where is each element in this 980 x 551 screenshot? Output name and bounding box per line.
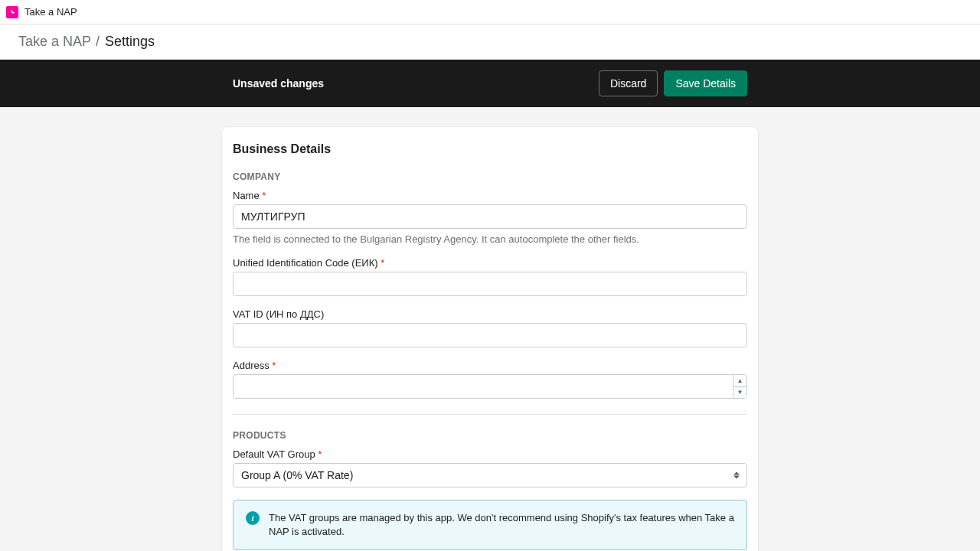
app-name: Take a NAP: [24, 6, 77, 18]
business-details-card: Business Details COMPANY Name * The fiel…: [222, 127, 758, 551]
moon-icon: [8, 8, 16, 16]
vat-id-input[interactable]: [233, 323, 747, 347]
address-step-up[interactable]: ▲: [733, 375, 746, 387]
eik-field: Unified Identification Code (ЕИК) *: [233, 257, 747, 296]
vat-group-select[interactable]: [233, 463, 747, 487]
save-actions: Discard Save Details: [599, 70, 747, 96]
vat-group-label: Default VAT Group *: [233, 448, 747, 460]
eik-label: Unified Identification Code (ЕИК) *: [233, 257, 747, 269]
info-icon: i: [246, 511, 260, 525]
breadcrumb: Take a NAP / Settings: [0, 24, 980, 60]
discard-button[interactable]: Discard: [599, 70, 658, 96]
company-name-label: Name *: [233, 190, 747, 201]
company-name-helper: The field is connected to the Bulgarian …: [233, 233, 747, 245]
vat-id-label: VAT ID (ИН по ДДС): [233, 308, 747, 320]
company-name-input[interactable]: [233, 204, 747, 229]
company-section-heading: COMPANY: [233, 171, 747, 182]
unsaved-changes-bar: Unsaved changes Discard Save Details: [0, 60, 980, 107]
vat-id-field: VAT ID (ИН по ДДС): [233, 308, 747, 347]
address-label: Address *: [233, 360, 747, 371]
address-step-down[interactable]: ▼: [733, 387, 746, 399]
unsaved-changes-text: Unsaved changes: [233, 77, 324, 90]
app-header-bar: Take a NAP: [0, 0, 980, 24]
section-divider: [233, 414, 747, 415]
save-details-button[interactable]: Save Details: [664, 70, 747, 96]
app-icon: [6, 6, 18, 18]
breadcrumb-separator: /: [96, 34, 103, 49]
address-stepper: ▲ ▼: [733, 375, 746, 398]
business-details-title: Business Details: [222, 142, 758, 156]
breadcrumb-current: Settings: [105, 34, 155, 49]
page-content: Business Details COMPANY Name * The fiel…: [0, 107, 980, 551]
products-section-heading: PRODUCTS: [233, 430, 747, 441]
vat-group-field: Default VAT Group *: [233, 448, 747, 487]
eik-input[interactable]: [233, 272, 747, 296]
address-input[interactable]: [233, 374, 747, 399]
breadcrumb-parent[interactable]: Take a NAP: [18, 34, 91, 49]
address-field: Address * ▲ ▼: [233, 360, 747, 399]
company-name-field: Name * The field is connected to the Bul…: [233, 190, 747, 245]
vat-info-banner: i The VAT groups are managed by this app…: [233, 500, 747, 550]
vat-info-text: The VAT groups are managed by this app. …: [269, 511, 734, 539]
